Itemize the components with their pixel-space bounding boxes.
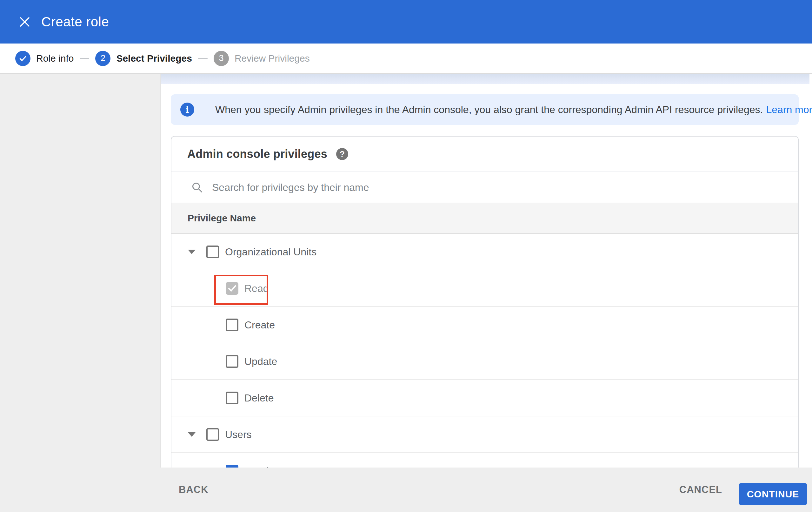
step-3-badge: 3 <box>214 51 229 66</box>
stepper-divider <box>80 58 89 59</box>
privilege-label: Read <box>244 465 269 467</box>
card-header: Admin console privileges ? <box>171 137 798 172</box>
close-x-glyph <box>19 17 30 27</box>
row-org-units-delete: Delete <box>171 380 798 416</box>
privilege-label: Create <box>244 319 275 331</box>
row-users: Users <box>171 416 798 453</box>
row-org-units-update: Update <box>171 343 798 380</box>
admin-console-privileges-card: Admin console privileges ? Privilege Nam… <box>171 136 799 467</box>
search-input[interactable] <box>211 181 689 194</box>
row-org-units-read: Read <box>171 270 798 307</box>
info-banner: i When you specify Admin privileges in t… <box>171 94 799 125</box>
create-role-dialog: Create role Role info 2 Select Privilege… <box>0 0 812 512</box>
table-column-header: Privilege Name <box>171 203 798 234</box>
collapse-arrow-icon[interactable] <box>188 250 196 254</box>
checkbox-users-read[interactable] <box>226 465 238 468</box>
step-2-label: Select Privileges <box>116 53 192 64</box>
search-icon <box>191 181 203 193</box>
privilege-label: Read <box>244 282 269 294</box>
row-org-units-create: Create <box>171 307 798 343</box>
cancel-button[interactable]: CANCEL <box>679 467 722 512</box>
privilege-label: Users <box>225 428 252 440</box>
checkbox-users[interactable] <box>206 428 219 441</box>
step-1-label: Role info <box>36 53 74 64</box>
checkbox-read-disabled[interactable] <box>226 282 238 295</box>
stepper-divider <box>198 58 208 59</box>
footer-action-bar: BACK CANCEL CONTINUE <box>0 467 812 512</box>
privilege-search-row <box>171 172 798 203</box>
scrolled-content-edge <box>161 74 809 84</box>
row-users-read: Read <box>171 453 798 467</box>
help-icon[interactable]: ? <box>336 148 348 160</box>
row-organizational-units: Organizational Units <box>171 234 798 270</box>
step-select-privileges[interactable]: 2 Select Privileges <box>95 51 192 66</box>
privilege-label: Delete <box>244 392 274 404</box>
page-title: Create role <box>41 0 109 44</box>
continue-button[interactable]: CONTINUE <box>739 483 807 505</box>
collapse-arrow-icon[interactable] <box>188 432 196 437</box>
banner-text: When you specify Admin privileges in the… <box>215 104 763 116</box>
checkbox-delete[interactable] <box>226 392 238 404</box>
step-role-info[interactable]: Role info <box>15 51 74 66</box>
step-2-badge: 2 <box>95 51 111 66</box>
wizard-stepper: Role info 2 Select Privileges 3 Review P… <box>0 44 812 74</box>
checkbox-organizational-units[interactable] <box>206 245 219 258</box>
step-1-check-icon <box>15 51 30 66</box>
step-3-label: Review Privileges <box>235 53 310 64</box>
close-icon[interactable] <box>15 0 34 44</box>
card-title: Admin console privileges <box>187 147 327 161</box>
info-icon: i <box>180 103 194 116</box>
back-button[interactable]: BACK <box>179 467 208 512</box>
privilege-label: Organizational Units <box>225 246 317 258</box>
app-bar: Create role <box>0 0 812 44</box>
privilege-label: Update <box>244 355 277 367</box>
checkbox-create[interactable] <box>226 319 238 331</box>
learn-more-link[interactable]: Learn more <box>766 104 812 116</box>
privilege-name-header: Privilege Name <box>187 213 256 224</box>
step-review-privileges[interactable]: 3 Review Privileges <box>214 51 310 66</box>
content-viewport: i When you specify Admin privileges in t… <box>160 74 812 467</box>
checkbox-update[interactable] <box>226 355 238 368</box>
